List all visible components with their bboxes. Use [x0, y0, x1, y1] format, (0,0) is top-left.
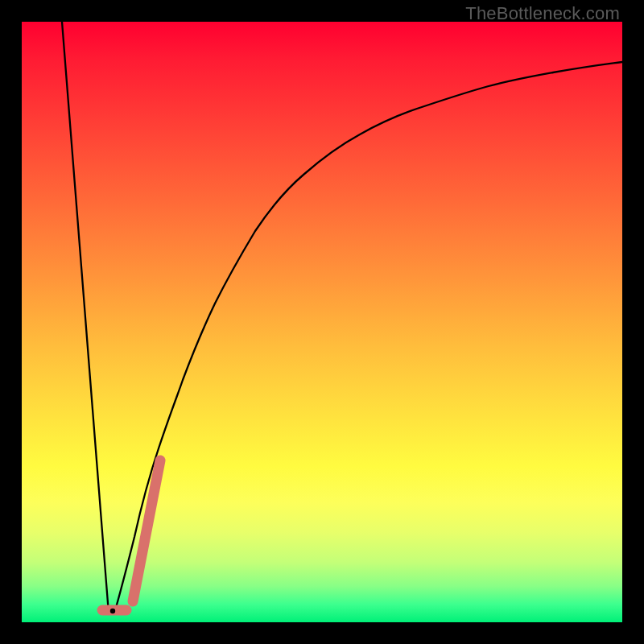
chart-frame: TheBottleneck.com [0, 0, 644, 644]
plot-area [22, 22, 622, 622]
watermark-label: TheBottleneck.com [465, 3, 620, 24]
chart-svg [22, 22, 622, 622]
valley-dot [110, 609, 115, 613]
accent-vertical [133, 460, 160, 601]
curve-left-line [62, 22, 109, 613]
curve-right [114, 62, 622, 613]
